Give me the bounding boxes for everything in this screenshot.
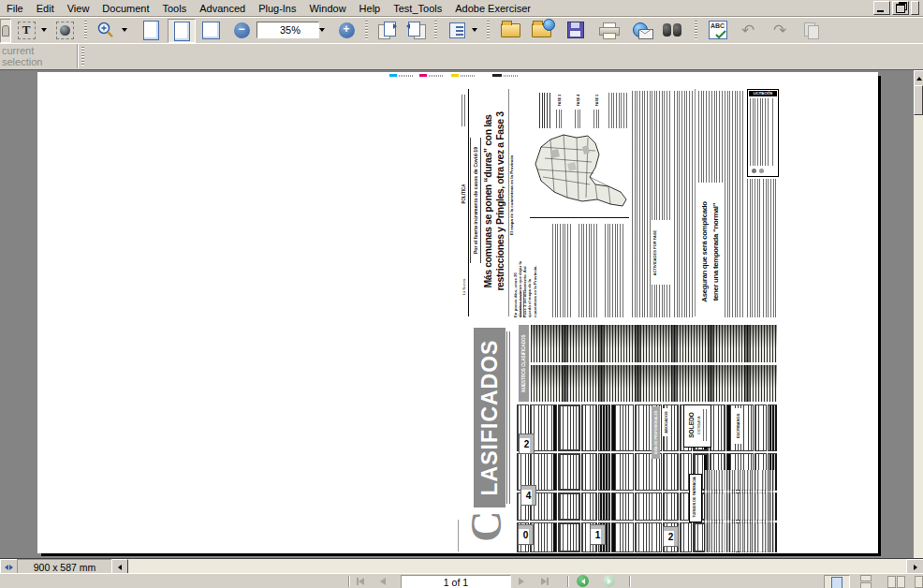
classifieds-page: LASIFICADOS C NUESTROS CLASIFICADOS [459, 324, 777, 553]
fit-page-icon [174, 22, 190, 41]
camera-icon [56, 22, 74, 39]
menu-adobe-exerciser[interactable]: Adobe Exerciser [448, 2, 537, 15]
redo-button[interactable]: ↷ [768, 19, 792, 41]
menu-test-tools[interactable]: Test_Tools [387, 2, 448, 15]
body-text-column [698, 91, 710, 183]
chevron-down-icon [41, 28, 47, 32]
classified-ad [768, 404, 777, 451]
menu-plugins[interactable]: Plug-Ins [252, 2, 302, 15]
list-icon [449, 22, 465, 38]
classified-ad [598, 492, 610, 521]
legend-figures [539, 93, 552, 128]
menu-help[interactable]: Help [353, 2, 388, 15]
zoom-out-button[interactable]: − [230, 19, 253, 41]
bookmarks-list-button[interactable] [446, 19, 468, 41]
text-select-tool-button[interactable]: T [14, 19, 38, 41]
horizontal-scrollbar-track[interactable] [127, 559, 905, 573]
document-viewport: La Nueva. POLITICA Por el fuerte increme… [0, 69, 923, 558]
next-view-button[interactable] [603, 575, 615, 587]
classified-ad [581, 492, 597, 521]
copy-pages-icon [804, 22, 819, 38]
menu-window[interactable]: Window [302, 2, 352, 15]
toolbar-grip[interactable] [81, 47, 84, 66]
page-indicator-field[interactable]: 1 of 1 [401, 575, 511, 588]
toolbar-grip[interactable] [434, 21, 437, 39]
menu-file[interactable]: File [0, 2, 30, 15]
undo-icon: ↶ [741, 21, 755, 40]
open-button[interactable] [498, 19, 522, 41]
print-button[interactable] [595, 19, 622, 41]
list-dropdown[interactable] [470, 19, 479, 41]
copy-button[interactable] [799, 19, 824, 41]
printer-icon [599, 22, 618, 37]
single-page-layout-button[interactable] [824, 575, 850, 588]
zoom-level-field[interactable]: 35% [256, 22, 319, 38]
ad-row [517, 522, 777, 552]
first-page-button[interactable] [357, 578, 364, 585]
minimize-button[interactable] [873, 1, 890, 15]
menu-document[interactable]: Document [95, 2, 155, 15]
index-band [531, 365, 777, 402]
classified-ad [611, 492, 634, 521]
notaries-header: ESCRIBANOS [734, 408, 741, 444]
menu-view[interactable]: View [61, 2, 96, 15]
search-button[interactable] [659, 19, 685, 41]
legal-notice-ad: LICITACIÓN PÚBLICA [747, 89, 779, 177]
zoom-tool-button[interactable] [94, 19, 118, 41]
classified-ad [558, 453, 580, 491]
import-page-button[interactable] [404, 19, 429, 41]
open-web-page-button[interactable] [528, 19, 554, 41]
body-text-column [652, 91, 670, 220]
menu-tools[interactable]: Tools [156, 2, 194, 15]
menu-advanced[interactable]: Advanced [193, 2, 252, 15]
snapshot-tool-button[interactable] [52, 19, 77, 41]
export-page-button[interactable] [374, 19, 399, 41]
chevron-down-icon [319, 28, 325, 32]
app-window: File Edit View Document Tools Advanced P… [0, 0, 923, 588]
last-page-button[interactable] [541, 578, 549, 585]
hand-tool-button[interactable] [0, 19, 11, 43]
continuous-layout-button[interactable] [854, 575, 878, 588]
vertical-scrollbar-thumb[interactable] [914, 85, 923, 115]
vertical-scrollbar[interactable] [914, 70, 923, 558]
plus-icon: + [339, 22, 355, 38]
legend-fase3: FASE 3 [556, 93, 564, 108]
scroll-up-button[interactable] [914, 70, 923, 86]
restore-button[interactable] [892, 1, 909, 15]
photo-ad-digit: 2 [519, 434, 535, 454]
menu-edit[interactable]: Edit [30, 2, 61, 15]
toolbar-grip[interactable] [487, 21, 490, 39]
save-button[interactable] [564, 19, 588, 41]
photo-ad-digit: 4 [520, 485, 536, 506]
spellcheck-button[interactable]: ABC [706, 19, 730, 41]
toolbar-grip[interactable] [84, 21, 87, 39]
classified-ad [663, 453, 679, 491]
previous-view-button[interactable] [577, 575, 589, 587]
facing-layout-button[interactable] [884, 575, 908, 588]
undo-button[interactable]: ↶ [736, 19, 760, 41]
zoom-level-dropdown[interactable] [316, 19, 328, 41]
zoom-in-button[interactable]: + [335, 19, 358, 41]
index-band [531, 325, 777, 362]
toolbar-grip[interactable] [695, 21, 697, 39]
continuous-facing-layout-button[interactable] [914, 575, 923, 588]
selection-combo[interactable]: current selection [2, 45, 75, 67]
zoom-tool-dropdown[interactable] [120, 19, 129, 41]
folder-open-icon [501, 23, 520, 37]
previous-page-button[interactable] [380, 578, 386, 585]
next-page-button[interactable] [519, 578, 524, 585]
fit-page-button[interactable] [168, 19, 196, 43]
binoculars-icon [663, 23, 681, 37]
pharmacy-header-text: TURNOS DE FARMACIA [689, 474, 700, 521]
page-shadow-right [878, 76, 881, 556]
photo-ad-digit: 0 [518, 524, 534, 545]
kicker: Por el fuerte incremento de casos de Cov… [471, 138, 479, 263]
masthead-label: La Nueva. [460, 257, 467, 316]
toolbar-grip[interactable] [365, 21, 368, 39]
text-select-dropdown[interactable] [39, 19, 49, 41]
fit-width-button[interactable] [198, 19, 223, 41]
body-text-column [579, 224, 601, 317]
actual-size-button[interactable] [139, 19, 163, 41]
close-button[interactable] [911, 1, 919, 15]
email-button[interactable] [627, 19, 653, 41]
